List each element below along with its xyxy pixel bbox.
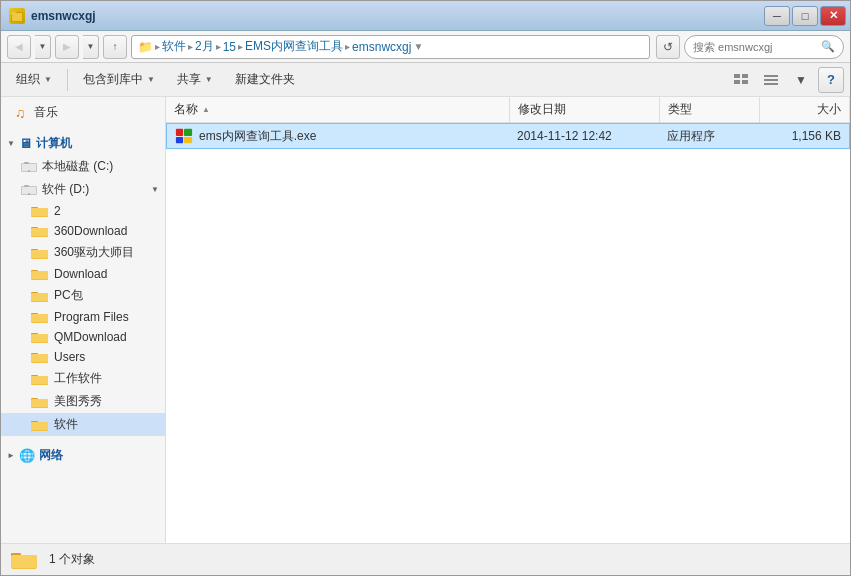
folder-icon-2 bbox=[31, 204, 49, 218]
svg-rect-2 bbox=[12, 13, 22, 21]
sidebar-scroll[interactable]: ♫ 音乐 ▼ 🖥 计算机 bbox=[1, 97, 165, 543]
sidebar-item-folder-2[interactable]: 2 bbox=[1, 201, 165, 221]
folder-icon-users bbox=[31, 350, 49, 364]
search-icon[interactable]: 🔍 bbox=[821, 40, 835, 54]
svg-rect-3 bbox=[734, 74, 740, 78]
folder-icon-ws bbox=[31, 372, 49, 386]
folder-icon-360dl bbox=[31, 224, 49, 238]
refresh-button[interactable]: ↺ bbox=[656, 35, 680, 59]
sidebar-item-software[interactable]: 软件 bbox=[1, 413, 165, 436]
folder-icon-download bbox=[31, 267, 49, 281]
sidebar-item-360driver[interactable]: 360驱动大师目 bbox=[1, 241, 165, 264]
include-in-library-button[interactable]: 包含到库中 ▼ bbox=[74, 67, 164, 93]
toolbar-right: ▼ ? bbox=[728, 67, 844, 93]
details-view-icon[interactable] bbox=[758, 67, 784, 93]
sidebar-item-drive-c[interactable]: 本地磁盘 (C:) bbox=[1, 155, 165, 178]
music-icon: ♫ bbox=[11, 105, 29, 121]
sidebar-item-download[interactable]: Download bbox=[1, 264, 165, 284]
close-button[interactable]: ✕ bbox=[820, 6, 846, 26]
view-dropdown-icon[interactable]: ▼ bbox=[788, 67, 814, 93]
sidebar-section-favorites: ♫ 音乐 bbox=[1, 97, 165, 128]
main-window: emsnwcxgj ─ □ ✕ ◀ ▼ ▶ ▼ ↑ 📁 ▸ 软件 ▸ 2月 ▸ … bbox=[0, 0, 851, 576]
maximize-button[interactable]: □ bbox=[792, 6, 818, 26]
breadcrumb-item-software[interactable]: 软件 bbox=[162, 38, 186, 55]
file-size-col: 1,156 KB bbox=[759, 124, 849, 148]
svg-rect-38 bbox=[31, 334, 48, 342]
drive-c-icon bbox=[21, 160, 37, 174]
sidebar-item-qmdownload[interactable]: QMDownload bbox=[1, 327, 165, 347]
breadcrumb-item-folder[interactable]: emsnwcxgj bbox=[352, 40, 411, 54]
sidebar-item-drive-d[interactable]: 软件 (D:) ▼ bbox=[1, 178, 165, 201]
svg-point-12 bbox=[28, 170, 30, 172]
svg-rect-23 bbox=[31, 228, 48, 236]
minimize-button[interactable]: ─ bbox=[764, 6, 790, 26]
svg-point-16 bbox=[28, 193, 30, 195]
svg-rect-7 bbox=[764, 75, 778, 77]
view-menu-icon[interactable] bbox=[728, 67, 754, 93]
table-row[interactable]: ems内网查询工具.exe 2014-11-12 12:42 应用程序 1,15… bbox=[166, 123, 850, 149]
exe-icon bbox=[175, 127, 193, 145]
breadcrumb-item-month[interactable]: 2月 bbox=[195, 38, 214, 55]
svg-rect-29 bbox=[31, 271, 48, 279]
svg-rect-55 bbox=[184, 137, 192, 143]
address-box[interactable]: 📁 ▸ 软件 ▸ 2月 ▸ 15 ▸ EMS内网查询工具 ▸ emsnwcxgj… bbox=[131, 35, 650, 59]
svg-rect-58 bbox=[11, 555, 37, 568]
folder-icon-qm bbox=[31, 330, 49, 344]
col-header-type[interactable]: 类型 bbox=[660, 97, 760, 122]
file-list[interactable]: ems内网查询工具.exe 2014-11-12 12:42 应用程序 1,15… bbox=[166, 123, 850, 543]
breadcrumb-root-icon: 📁 bbox=[138, 40, 153, 54]
organize-button[interactable]: 组织 ▼ bbox=[7, 67, 61, 93]
status-folder-icon bbox=[11, 548, 39, 572]
sidebar-item-computer: ▼ 🖥 计算机 bbox=[1, 132, 165, 155]
folder-icon-pf bbox=[31, 310, 49, 324]
svg-rect-15 bbox=[22, 187, 36, 194]
back-button[interactable]: ◀ bbox=[7, 35, 31, 59]
back-dropdown[interactable]: ▼ bbox=[35, 35, 51, 59]
sidebar: ♫ 音乐 ▼ 🖥 计算机 bbox=[1, 97, 166, 543]
folder-icon-pc bbox=[31, 289, 49, 303]
network-collapse-icon: ► bbox=[7, 451, 15, 460]
sidebar-item-music[interactable]: ♫ 音乐 bbox=[1, 101, 165, 124]
breadcrumb-item-tool[interactable]: EMS内网查询工具 bbox=[245, 38, 343, 55]
sidebar-item-360download[interactable]: 360Download bbox=[1, 221, 165, 241]
forward-button[interactable]: ▶ bbox=[55, 35, 79, 59]
sidebar-item-users[interactable]: Users bbox=[1, 347, 165, 367]
svg-rect-50 bbox=[31, 422, 48, 430]
window-title: emsnwcxgj bbox=[31, 9, 96, 23]
svg-rect-6 bbox=[742, 80, 748, 84]
organize-arrow-icon: ▼ bbox=[44, 75, 52, 84]
share-arrow-icon: ▼ bbox=[205, 75, 213, 84]
svg-rect-35 bbox=[31, 314, 48, 322]
folder-icon-mt bbox=[31, 395, 49, 409]
col-header-name[interactable]: 名称 ▲ bbox=[166, 97, 510, 122]
share-button[interactable]: 共享 ▼ bbox=[168, 67, 222, 93]
search-box[interactable]: 🔍 bbox=[684, 35, 844, 59]
folder-icon-soft bbox=[31, 418, 49, 432]
sidebar-item-worksoftware[interactable]: 工作软件 bbox=[1, 367, 165, 390]
breadcrumb-item-day[interactable]: 15 bbox=[223, 40, 236, 54]
search-input[interactable] bbox=[693, 41, 817, 53]
col-header-size[interactable]: 大小 bbox=[760, 97, 850, 122]
svg-rect-4 bbox=[742, 74, 748, 78]
up-button[interactable]: ↑ bbox=[103, 35, 127, 59]
sidebar-item-pcbag[interactable]: PC包 bbox=[1, 284, 165, 307]
breadcrumb: 📁 ▸ 软件 ▸ 2月 ▸ 15 ▸ EMS内网查询工具 ▸ emsnwcxgj… bbox=[138, 38, 423, 55]
sidebar-section-computer: ▼ 🖥 计算机 本地磁盘 (C:) bbox=[1, 128, 165, 440]
svg-rect-9 bbox=[764, 83, 778, 85]
svg-rect-5 bbox=[734, 80, 740, 84]
file-header: 名称 ▲ 修改日期 类型 大小 bbox=[166, 97, 850, 123]
collapse-icon: ▼ bbox=[7, 139, 15, 148]
new-folder-button[interactable]: 新建文件夹 bbox=[226, 67, 304, 93]
forward-dropdown[interactable]: ▼ bbox=[83, 35, 99, 59]
help-button[interactable]: ? bbox=[818, 67, 844, 93]
status-text: 1 个对象 bbox=[49, 551, 95, 568]
sidebar-item-meitu[interactable]: 美图秀秀 bbox=[1, 390, 165, 413]
svg-rect-41 bbox=[31, 354, 48, 362]
sidebar-item-programfiles[interactable]: Program Files bbox=[1, 307, 165, 327]
window-icon bbox=[9, 8, 25, 24]
col-header-date[interactable]: 修改日期 bbox=[510, 97, 660, 122]
title-bar-controls: ─ □ ✕ bbox=[764, 6, 846, 26]
svg-rect-54 bbox=[176, 137, 183, 143]
svg-rect-20 bbox=[31, 208, 48, 216]
toolbar-separator-1 bbox=[67, 69, 68, 91]
